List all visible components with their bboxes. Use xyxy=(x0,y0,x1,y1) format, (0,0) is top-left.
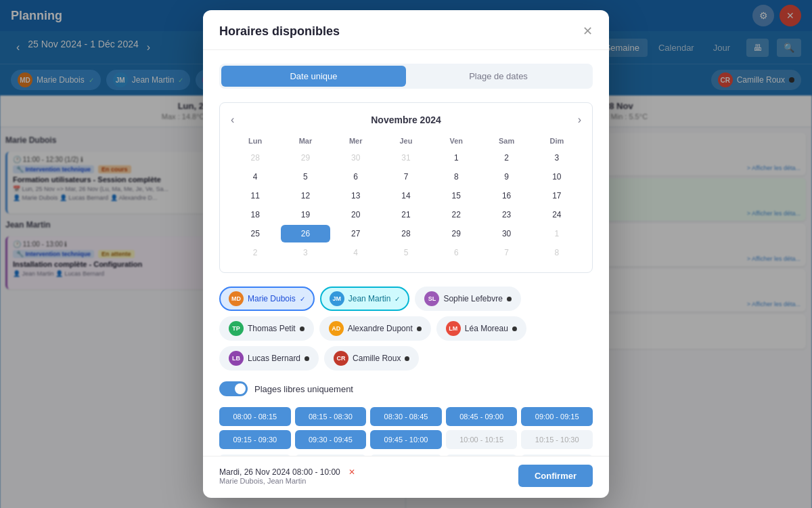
cal-day[interactable]: 24 xyxy=(533,206,581,224)
person-name: Marie Dubois xyxy=(248,294,296,303)
calendar-widget-header: ‹ Novembre 2024 › xyxy=(231,114,581,126)
cal-day[interactable]: 7 xyxy=(482,244,531,261)
cal-day[interactable]: 19 xyxy=(281,206,330,224)
person-chip-jean-martin[interactable]: JM Jean Martin ✓ xyxy=(320,287,410,311)
cal-day[interactable]: 7 xyxy=(382,168,430,186)
person-avatar: JM xyxy=(330,291,344,306)
person-chip-camille-roux[interactable]: CR Camille Roux xyxy=(324,346,419,371)
time-slot[interactable]: 10:00 - 10:15 xyxy=(446,430,518,449)
clear-selection-button[interactable]: ✕ xyxy=(348,467,355,477)
cal-day[interactable]: 8 xyxy=(432,168,480,186)
time-slot[interactable]: 09:00 - 09:15 xyxy=(521,407,593,426)
person-selection: MD Marie Dubois ✓ JM Jean Martin ✓ SL So… xyxy=(219,287,593,371)
selected-people: Marie Dubois, Jean Martin xyxy=(219,477,355,485)
modal-footer: Mardi, 26 Nov 2024 08:00 - 10:00 ✕ Marie… xyxy=(203,456,609,498)
cal-day[interactable]: 30 xyxy=(482,225,531,242)
cal-day[interactable]: 5 xyxy=(382,244,430,261)
person-avatar: LB xyxy=(229,351,244,366)
cal-day[interactable]: 13 xyxy=(332,187,380,205)
cal-day[interactable]: 14 xyxy=(382,187,430,205)
cal-day[interactable]: 23 xyxy=(482,206,531,224)
cal-day[interactable]: 8 xyxy=(533,244,581,261)
cal-day[interactable]: 17 xyxy=(533,187,581,205)
cal-day[interactable]: 6 xyxy=(432,244,480,261)
person-avatar: SL xyxy=(424,291,439,306)
cal-day[interactable]: 11 xyxy=(231,187,279,205)
person-avatar: LM xyxy=(446,321,461,336)
modal-overlay[interactable]: Horaires disponibles ✕ Date unique Plage… xyxy=(0,0,812,508)
calendar-prev-button[interactable]: ‹ xyxy=(231,114,234,126)
cal-day[interactable]: 2 xyxy=(231,244,279,261)
person-avatar: TP xyxy=(229,321,244,336)
person-chip-lea-moreau[interactable]: LM Léa Moreau xyxy=(436,316,526,341)
modal-close-button[interactable]: ✕ xyxy=(583,24,593,39)
time-slot[interactable]: 10:15 - 10:30 xyxy=(521,430,593,449)
cal-day[interactable]: 12 xyxy=(281,187,330,205)
cal-day[interactable]: 29 xyxy=(432,225,480,242)
cal-day[interactable]: 29 xyxy=(281,149,330,167)
cal-day[interactable]: 10 xyxy=(533,168,581,186)
cal-day[interactable]: 30 xyxy=(332,149,380,167)
cal-day[interactable]: 25 xyxy=(231,225,279,242)
cal-day[interactable]: 3 xyxy=(281,244,330,261)
cal-day[interactable]: 18 xyxy=(231,206,279,224)
cal-day[interactable]: 27 xyxy=(332,225,380,242)
cal-day[interactable]: 1 xyxy=(533,225,581,242)
cal-day[interactable]: 15 xyxy=(432,187,480,205)
time-slot[interactable]: 09:30 - 09:45 xyxy=(295,430,367,449)
time-slot[interactable]: 08:15 - 08:30 xyxy=(295,407,367,426)
person-name: Léa Moreau xyxy=(465,324,508,333)
cal-day[interactable]: 22 xyxy=(432,206,480,224)
cal-day[interactable]: 16 xyxy=(482,187,531,205)
calendar-widget: ‹ Novembre 2024 › Lun Mar Mer Jeu Ven Sa… xyxy=(219,102,593,273)
calendar-next-button[interactable]: › xyxy=(578,114,581,126)
cal-day[interactable]: 28 xyxy=(231,149,279,167)
cal-day[interactable]: 1 xyxy=(432,149,480,167)
person-chip-thomas-petit[interactable]: TP Thomas Petit xyxy=(219,316,314,341)
cal-day[interactable]: 6 xyxy=(332,168,380,186)
cal-day[interactable]: 9 xyxy=(482,168,531,186)
person-avatar: MD xyxy=(229,291,244,306)
person-avatar: CR xyxy=(334,351,348,366)
cal-day-selected[interactable]: 26 xyxy=(281,225,330,242)
person-chip-marie-dubois[interactable]: MD Marie Dubois ✓ xyxy=(219,287,315,311)
person-name: Jean Martin xyxy=(348,294,391,303)
time-slot[interactable]: 09:15 - 09:30 xyxy=(219,430,291,449)
time-slot[interactable]: 08:30 - 08:45 xyxy=(370,407,442,426)
person-name: Lucas Bernard xyxy=(248,354,300,363)
person-chip-alexandre-dupont[interactable]: AD Alexandre Dupont xyxy=(319,316,431,341)
calendar-grid: Lun Mar Mer Jeu Ven Sam Dim 28 29 30 31 … xyxy=(231,134,581,261)
date-type-toggle: Date unique Plage de dates xyxy=(219,64,593,89)
cal-day[interactable]: 28 xyxy=(382,225,430,242)
cal-day[interactable]: 3 xyxy=(533,149,581,167)
modal-header: Horaires disponibles ✕ xyxy=(203,10,609,50)
person-name: Camille Roux xyxy=(353,354,401,363)
selected-date-time: Mardi, 26 Nov 2024 08:00 - 10:00 xyxy=(219,467,340,477)
horaires-modal: Horaires disponibles ✕ Date unique Plage… xyxy=(203,10,609,498)
cal-day[interactable]: 20 xyxy=(332,206,380,224)
modal-title: Horaires disponibles xyxy=(219,24,340,39)
time-slot[interactable]: 08:00 - 08:15 xyxy=(219,407,291,426)
footer-info: Mardi, 26 Nov 2024 08:00 - 10:00 ✕ Marie… xyxy=(219,467,355,485)
free-slots-toggle[interactable] xyxy=(219,381,248,396)
cal-day[interactable]: 5 xyxy=(281,168,330,186)
person-avatar: AD xyxy=(329,321,344,336)
toggle-label: Plages libres uniquement xyxy=(254,384,353,394)
cal-day[interactable]: 4 xyxy=(332,244,380,261)
person-name: Alexandre Dupont xyxy=(348,324,413,333)
calendar-month-label: Novembre 2024 xyxy=(371,114,441,125)
confirm-button[interactable]: Confirmer xyxy=(518,465,593,487)
time-slot[interactable]: 09:45 - 10:00 xyxy=(370,430,442,449)
cal-day[interactable]: 31 xyxy=(382,149,430,167)
cal-day[interactable]: 4 xyxy=(231,168,279,186)
cal-day[interactable]: 2 xyxy=(482,149,531,167)
cal-day[interactable]: 21 xyxy=(382,206,430,224)
person-name: Sophie Lefebvre xyxy=(443,294,502,303)
tab-date-unique[interactable]: Date unique xyxy=(221,66,406,87)
time-slot[interactable]: 08:45 - 09:00 xyxy=(446,407,518,426)
person-chip-lucas-bernard[interactable]: LB Lucas Bernard xyxy=(219,346,319,371)
person-chip-sophie-lefebvre[interactable]: SL Sophie Lefebvre xyxy=(415,287,520,311)
person-name: Thomas Petit xyxy=(248,324,296,333)
tab-plage-dates[interactable]: Plage de dates xyxy=(406,66,591,87)
available-time-slots: 08:00 - 08:15 08:15 - 08:30 08:30 - 08:4… xyxy=(219,407,593,449)
